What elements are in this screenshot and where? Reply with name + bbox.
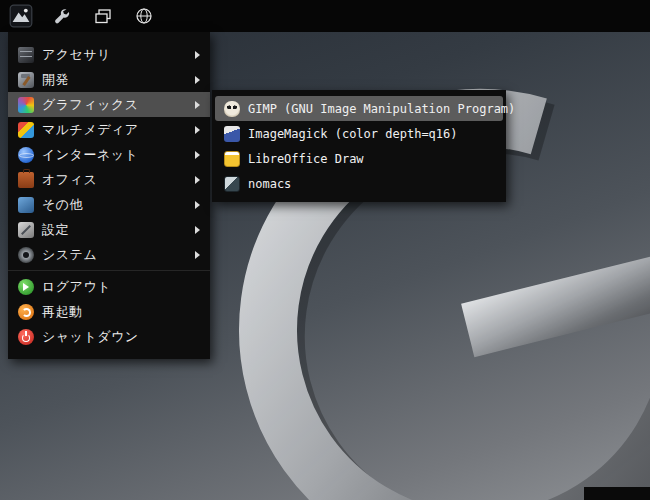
shutdown-icon [18, 329, 34, 345]
taskbar [0, 0, 650, 32]
windows-button[interactable] [90, 3, 116, 29]
menu-item-accessories[interactable]: アクセサリ [8, 42, 210, 67]
menu-item-graphics[interactable]: グラフィックス [8, 92, 210, 117]
submenu-item-libreoffice-draw[interactable]: LibreOffice Draw [215, 146, 503, 171]
menu-item-label: アクセサリ [42, 46, 111, 64]
network-button[interactable] [131, 3, 157, 29]
menu-item-settings[interactable]: 設定 [8, 217, 210, 242]
bottom-right-panel[interactable] [584, 487, 650, 500]
menu-item-label: グラフィックス [42, 96, 139, 114]
submenu-item-imagemagick[interactable]: ImageMagick (color depth=q16) [215, 121, 503, 146]
submenu-arrow-icon [195, 126, 200, 134]
submenu-item-gimp[interactable]: GIMP (GNU Image Manipulation Program) [215, 96, 503, 121]
system-icon [18, 247, 34, 263]
menu-item-multimedia[interactable]: マルチメディア [8, 117, 210, 142]
accessories-icon [18, 47, 34, 63]
menu-item-restart[interactable]: 再起動 [8, 299, 210, 324]
menu-item-system[interactable]: システム [8, 242, 210, 267]
settings-icon [18, 222, 34, 238]
menu-item-label: その他 [42, 196, 83, 214]
submenu-item-label: LibreOffice Draw [248, 152, 364, 166]
menu-item-shutdown[interactable]: シャットダウン [8, 324, 210, 349]
menu-item-label: ログアウト [42, 278, 111, 296]
imagemagick-icon [224, 126, 240, 142]
tools-button[interactable] [49, 3, 75, 29]
menu-item-office[interactable]: オフィス [8, 167, 210, 192]
multimedia-icon [18, 122, 34, 138]
submenu-arrow-icon [195, 151, 200, 159]
graphics-submenu: GIMP (GNU Image Manipulation Program) Im… [212, 90, 506, 202]
submenu-arrow-icon [195, 76, 200, 84]
app-menu-button[interactable] [8, 3, 34, 29]
menu-separator [8, 267, 210, 274]
window-icon [93, 6, 113, 26]
graphics-icon [18, 97, 34, 113]
distro-logo-icon [9, 4, 33, 28]
submenu-item-nomacs[interactable]: nomacs [215, 171, 503, 196]
menu-item-label: マルチメディア [42, 121, 139, 139]
logout-icon [18, 279, 34, 295]
submenu-arrow-icon [195, 51, 200, 59]
submenu-arrow-icon [195, 176, 200, 184]
nomacs-icon [224, 176, 240, 192]
gimp-icon [224, 101, 240, 117]
menu-item-label: インターネット [42, 146, 138, 164]
other-icon [18, 197, 34, 213]
menu-item-label: システム [42, 246, 97, 264]
submenu-item-label: ImageMagick (color depth=q16) [248, 127, 458, 141]
menu-item-label: シャットダウン [42, 328, 139, 346]
menu-item-logout[interactable]: ログアウト [8, 274, 210, 299]
desktop: アクセサリ 開発 グラフィックス マルチメディア インターネット オフィス [0, 0, 650, 500]
wrench-icon [52, 6, 72, 26]
app-menu: アクセサリ 開発 グラフィックス マルチメディア インターネット オフィス [8, 32, 210, 359]
submenu-arrow-icon [195, 101, 200, 109]
submenu-arrow-icon [195, 226, 200, 234]
menu-item-development[interactable]: 開発 [8, 67, 210, 92]
menu-item-other[interactable]: その他 [8, 192, 210, 217]
submenu-arrow-icon [195, 201, 200, 209]
menu-item-label: 再起動 [42, 303, 83, 321]
globe-icon [134, 6, 154, 26]
submenu-item-label: nomacs [248, 177, 291, 191]
submenu-arrow-icon [195, 251, 200, 259]
libreoffice-draw-icon [224, 151, 240, 167]
office-icon [18, 172, 34, 188]
menu-item-label: 開発 [42, 71, 69, 89]
internet-icon [18, 147, 34, 163]
submenu-item-label: GIMP (GNU Image Manipulation Program) [248, 102, 515, 116]
menu-item-label: 設定 [42, 221, 69, 239]
development-icon [18, 72, 34, 88]
restart-icon [18, 304, 34, 320]
menu-item-internet[interactable]: インターネット [8, 142, 210, 167]
menu-item-label: オフィス [42, 171, 97, 189]
